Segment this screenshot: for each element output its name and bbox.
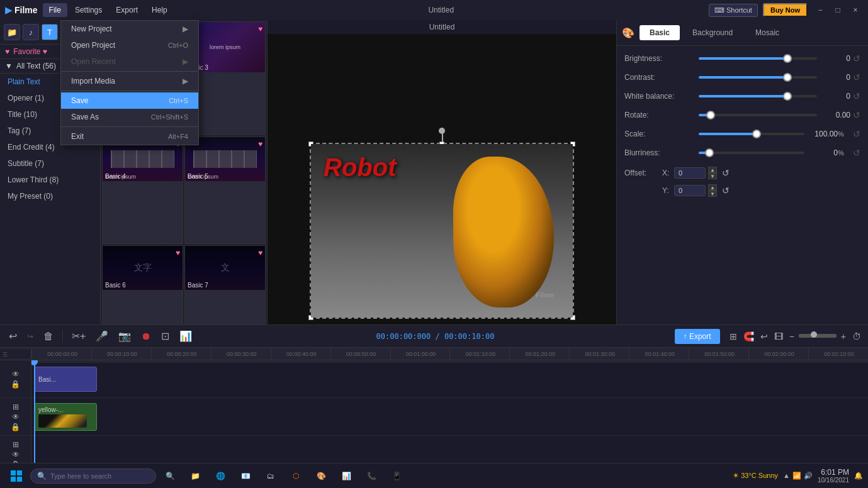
menu-new-project[interactable]: New Project ▶	[61, 21, 198, 37]
undo-button[interactable]: ↩	[5, 328, 21, 344]
y-value-input[interactable]	[674, 185, 706, 196]
y-decrement[interactable]: ▼	[708, 191, 717, 197]
white-balance-slider[interactable]	[699, 95, 817, 97]
close-button[interactable]: ×	[848, 3, 863, 18]
contrast-reset[interactable]: ↺	[853, 72, 860, 82]
tab-mosaic[interactable]: Mosaic	[745, 25, 789, 40]
clock-icon[interactable]: ⏱	[850, 330, 863, 343]
search-input[interactable]	[50, 472, 132, 480]
menu-save[interactable]: Save Ctrl+S	[61, 92, 198, 109]
zoom-thumb[interactable]	[811, 331, 817, 338]
scale-reset[interactable]: ↺	[853, 129, 860, 139]
volume-sys-icon[interactable]: 🔊	[804, 472, 813, 480]
y-refresh-icon[interactable]: ↺	[722, 186, 730, 196]
plus-icon[interactable]: +	[839, 330, 848, 343]
taskbar-cortana[interactable]: 🔍	[159, 465, 181, 487]
menu-open-recent[interactable]: Open Recent ▶	[61, 53, 198, 70]
network-icon[interactable]: 📶	[792, 472, 801, 480]
split-button[interactable]: ✂+	[68, 328, 89, 344]
sidebar-tool-audio[interactable]: ♪	[23, 24, 39, 40]
record-button[interactable]: ⏺	[137, 329, 155, 344]
brightness-thumb[interactable]	[783, 54, 792, 63]
media-thumb-basic4[interactable]: lorem ipsum Basic 4 ♥	[102, 136, 183, 244]
rotate-reset[interactable]: ↺	[853, 110, 860, 120]
speed-button[interactable]: 📊	[176, 328, 196, 344]
camera-button[interactable]: 📷	[115, 328, 135, 344]
delete-button[interactable]: 🗑	[40, 329, 57, 344]
white-balance-reset[interactable]: ↺	[853, 91, 860, 101]
menu-export[interactable]: Export	[110, 3, 144, 17]
taskbar-edge[interactable]: 🌐	[209, 465, 232, 487]
taskbar-mail[interactable]: 📧	[234, 465, 257, 487]
x-decrement[interactable]: ▼	[708, 173, 717, 179]
menu-file[interactable]: File	[43, 3, 67, 17]
taskbar-app2[interactable]: 📱	[385, 465, 408, 487]
taskbar-office[interactable]: 🗂	[259, 465, 282, 487]
tab-background[interactable]: Background	[682, 25, 743, 40]
hamburger-icon[interactable]: ☰	[0, 352, 8, 358]
menu-exit[interactable]: Exit Alt+F4	[61, 128, 198, 145]
eye-icon-v2[interactable]: 👁	[12, 450, 20, 459]
maximize-button[interactable]: □	[830, 3, 845, 18]
rotate-thumb[interactable]	[706, 111, 715, 119]
brightness-reset[interactable]: ↺	[853, 53, 860, 64]
tab-basic[interactable]: Basic	[640, 25, 680, 40]
lock-icon-text[interactable]: 🔒	[11, 380, 20, 389]
media-thumb-basic5[interactable]: lorem ipsum Basic 5 ♥	[184, 136, 266, 244]
menu-help[interactable]: Help	[145, 3, 174, 17]
arrow-up-icon[interactable]: ▲	[783, 472, 790, 480]
film-icon[interactable]: 🎞	[772, 330, 785, 343]
minimize-button[interactable]: −	[813, 3, 828, 18]
menu-open-project[interactable]: Open Project Ctrl+O	[61, 37, 198, 53]
crop-button[interactable]: ⊡	[157, 328, 173, 344]
notification-icon[interactable]: 🔔	[854, 472, 863, 480]
rotate-slider[interactable]	[699, 114, 817, 116]
sidebar-item-my-preset[interactable]: My Preset (0)	[0, 188, 100, 204]
white-balance-thumb[interactable]	[783, 92, 792, 101]
undo2-icon[interactable]: ↩	[758, 330, 770, 343]
contrast-thumb[interactable]	[783, 73, 792, 82]
voice-button[interactable]: 🎤	[92, 328, 112, 344]
search-bar[interactable]: 🔍	[30, 469, 156, 484]
sidebar-item-subtitle[interactable]: Subtitle (7)	[0, 155, 100, 172]
y-increment[interactable]: ▲	[708, 184, 717, 191]
taskbar-ai[interactable]: ⬡	[285, 465, 307, 487]
menu-import-media[interactable]: Import Media ▶	[61, 73, 198, 89]
eye-icon-text[interactable]: 👁	[12, 370, 20, 379]
taskbar-excel[interactable]: 📊	[335, 465, 358, 487]
track-item-basic[interactable]: Basi...	[34, 367, 97, 392]
redo-button[interactable]: ↪	[23, 330, 37, 343]
x-refresh-icon[interactable]: ↺	[722, 168, 730, 178]
sidebar-tool-text[interactable]: T	[42, 24, 58, 40]
scale-slider[interactable]	[699, 133, 804, 135]
menu-save-as[interactable]: Save As Ctrl+Shift+S	[61, 109, 198, 125]
brightness-slider[interactable]	[699, 57, 817, 60]
contrast-slider[interactable]	[699, 76, 817, 79]
x-increment[interactable]: ▲	[708, 167, 717, 173]
sidebar-tool-media[interactable]: 📁	[4, 24, 20, 40]
sidebar-item-lower-third[interactable]: Lower Third (8)	[0, 172, 100, 188]
scale-thumb[interactable]	[752, 130, 761, 138]
menu-settings[interactable]: Settings	[69, 3, 108, 17]
clock[interactable]: 6:01 PM 10/16/2021	[818, 468, 849, 484]
x-value-input[interactable]	[674, 167, 706, 179]
lock-icon-v1[interactable]: 🔒	[11, 423, 20, 431]
minus-icon[interactable]: −	[787, 330, 796, 343]
taskbar-skype[interactable]: 📞	[360, 465, 383, 487]
blurriness-thumb[interactable]	[705, 148, 714, 157]
taskbar-files[interactable]: 📁	[184, 465, 206, 487]
magnet-icon[interactable]: 🧲	[741, 330, 756, 343]
eye-icon-v1[interactable]: 👁	[12, 413, 20, 421]
export-button[interactable]: ↑ Export	[675, 329, 720, 344]
start-button[interactable]	[5, 465, 28, 487]
blurriness-slider[interactable]	[699, 152, 804, 154]
shortcut-button[interactable]: ⌨ Shortcut	[709, 4, 758, 17]
grid-icon-2[interactable]: ⊞	[13, 440, 19, 449]
layout-icon[interactable]: ⊞	[728, 330, 739, 343]
track-item-yellow[interactable]: yellow-...	[34, 403, 97, 431]
zoom-slider[interactable]	[799, 334, 837, 338]
taskbar-ai2[interactable]: 🎨	[310, 465, 332, 487]
blurriness-reset[interactable]: ↺	[853, 148, 860, 158]
grid-icon[interactable]: ⊞	[13, 402, 19, 411]
buy-now-button[interactable]: Buy Now	[763, 3, 808, 17]
